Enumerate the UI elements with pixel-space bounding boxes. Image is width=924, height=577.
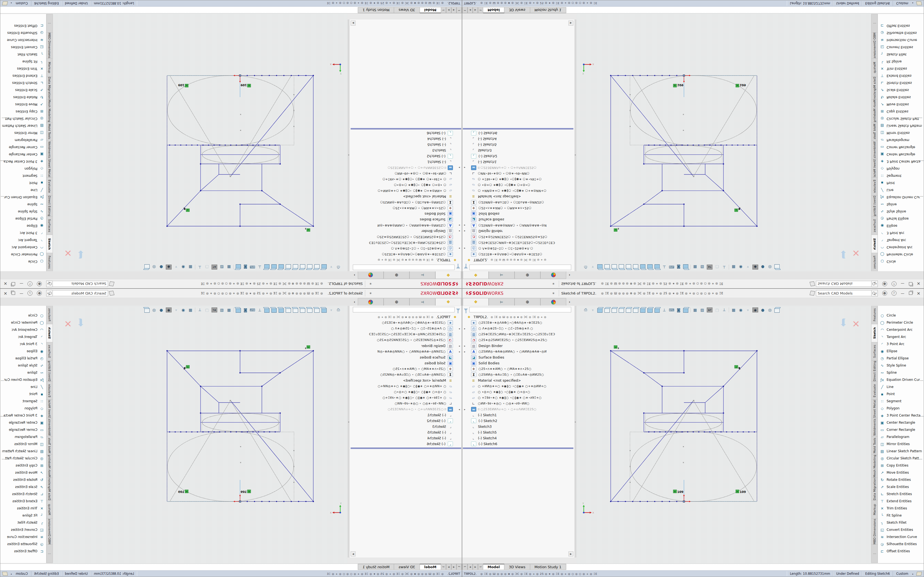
normal-to-icon[interactable]: ⊥	[662, 265, 667, 269]
sketch-tool[interactable]: ╮ Sketch Fillet	[878, 51, 924, 58]
sketch-tool[interactable]: ▪ Point	[878, 390, 924, 398]
tree-row[interactable]: ❖ ○25∙∩∗∗ΑΜ○ ∘ ○ΜΑ∗∗∩∙25○	[463, 205, 575, 211]
tree-row[interactable]: ▸ ◴ ○ Λ∗◎⊕25∘Ξ○ ∘ ○Ξ∘25⊕◎∗Λ ○	[349, 246, 461, 251]
tag-icon[interactable]	[2, 2, 8, 5]
tree-row[interactable]: ▸ ▬ ⚿ ○253ΕИИΛ∪+○ ∘ ○+∪ΛИИΞЕ25○	[463, 165, 575, 171]
confirmation-cancel-x[interactable]: ✕	[64, 318, 72, 329]
dropdown-arrow[interactable]: ▾	[745, 308, 751, 312]
commandmanager-tab[interactable]: Sheet Metal	[47, 159, 53, 177]
minimize-button[interactable]: —	[19, 291, 23, 295]
sketch-tool[interactable]: ⊞ Copy Entities	[0, 462, 46, 469]
sketch-tool[interactable]: ╱ Line	[0, 383, 46, 390]
tree-row[interactable]: ▸ ◴ ○ Λ∗◎⊕25∘Ξ○ ∘ ○Ξ∘25⊕◎∗Λ ○	[349, 326, 461, 331]
tree-row[interactable]: ▸ A ○25ИИ◎∘⊕Α⊕◎ИИΑ○ ∘ ○ΑИИ◎⊕Α⊕∘◎И	[349, 222, 461, 228]
view-bottom-cube[interactable]	[633, 308, 638, 313]
sketch-tool[interactable]: ◝ Tangent Arc	[0, 237, 46, 244]
restore-button[interactable]	[11, 282, 15, 285]
quick-access-toolbar[interactable]: ◎ ΞЕ ◎ Ш ◎ ◎ ◎ ⊕ ◎ ƆС ◎ ΞЕ ◎ + ◎ 25 ◎ ∗ …	[601, 292, 810, 295]
tree-row[interactable]: ★ ○25ΞЕ⊕∘∗◎ΛΑΦ○∘○ΦΑΛ◎∗∘⊕ΞЕ25○	[349, 251, 461, 257]
menu-item[interactable]	[387, 292, 394, 294]
commandmanager-tab[interactable]: Features	[47, 253, 53, 271]
sketch-tool[interactable]: ⇗ Scale Entities	[0, 483, 46, 490]
tree-row[interactable]: ⌞ (-) Sketch5	[463, 142, 575, 148]
sketch-tool[interactable]: ◉ Ellipse	[0, 348, 46, 355]
commandmanager-tab[interactable]: Weldments	[871, 418, 877, 437]
dropdown-arrow[interactable]: ▾	[329, 308, 334, 312]
panel-splitter[interactable]	[347, 19, 349, 271]
sketch-tool[interactable]: ⊤ Extend Entities	[0, 498, 46, 505]
tree-row[interactable]: ▱ ○ +ИИ◎∗+○ ∗◉‖○ ∘○‖◉∗ ○+∗◎ИИ+○	[349, 383, 461, 389]
tab-featuremanager[interactable]: ❖	[435, 298, 461, 306]
display-settings-icon[interactable]: ⌨	[250, 308, 255, 312]
rollback-bar[interactable]	[351, 128, 461, 129]
sketch-exit-icon[interactable]: ↩	[212, 265, 217, 270]
sketch-tool[interactable]: ◎ Circular Sketch Pattern	[0, 455, 46, 462]
user-icon[interactable]: ☻	[882, 291, 887, 296]
view-iso-cube[interactable]	[640, 308, 645, 313]
search-input[interactable]: Search CAD Models	[816, 290, 871, 296]
expand-arrow[interactable]: ▸	[463, 327, 467, 330]
sketch-tool[interactable]: ╰ Fit Spline	[0, 512, 46, 519]
tree-row[interactable]: ▣ Solid Bodies	[463, 360, 575, 366]
tree-row[interactable]: ◪ Surface Bodies	[463, 217, 575, 222]
view-trimetric-cube[interactable]	[264, 264, 270, 269]
tree-row[interactable]: ▱ ○ ∙◎+○ ∗◉‖○ ∘○‖◉∗ ○+◎∙○	[463, 182, 575, 188]
tree-row[interactable]: ▱ ○ +Ξ9∂∘∗○ ∗◉‖○ ∘○‖◉∗ ○∗∘∂9Ξ+○	[349, 176, 461, 182]
plane-axis-icon[interactable]: ⟂	[722, 308, 727, 312]
help-icon[interactable]: ?	[27, 281, 32, 286]
tree-row[interactable]: ▥ ○25⊕ΞЕ25○ИИ◎∘⊕ƆСΞЕ∪ΞЕ25○∘○25ΞЕ∪ΞЕƆ	[349, 331, 461, 337]
commandmanager-tab[interactable]: Data Migration	[871, 77, 877, 100]
shadow-icon[interactable]: ◎	[767, 308, 772, 312]
expand-arrow[interactable]: ▸	[463, 224, 467, 227]
sketch-tool[interactable]: ≋ Intersection Curve	[878, 533, 924, 540]
tree-row[interactable]: ★ ○25ΞЕ⊕∘∗◎ΛΑΦ○∘○ΦΑΛ◎∗∘⊕ΞЕ25○	[463, 320, 575, 326]
sketch-tool[interactable]: ∟ Stretch Entities	[878, 79, 924, 87]
tab-last-button[interactable]: ⏭	[478, 564, 483, 570]
sketch-tool[interactable]: ▱ Parallelogram	[0, 137, 46, 144]
tree-row[interactable]: ▱ ○ ∙◎+○ ∗◉‖○ ∘○‖◉∗ ○+◎∙○	[349, 182, 461, 188]
view-top-cube[interactable]	[626, 308, 631, 313]
tab-next-button[interactable]: ▶	[473, 564, 478, 570]
restore-button[interactable]	[11, 292, 15, 295]
menu-item[interactable]	[394, 283, 400, 285]
eye-icon[interactable]: ◉	[181, 308, 186, 312]
tab-prev-button[interactable]: ◀	[467, 7, 473, 13]
tree-row[interactable]: ⌞ (-) Sketch5	[349, 142, 461, 148]
tree-row[interactable]: ⌞ (-) Sketch2	[463, 418, 575, 424]
tab-prev-button[interactable]: ◀	[451, 7, 457, 13]
tree-row[interactable]: Σ ○25ИИ◎∘⊕Α∪ΞЕ○ ∘ ○ΞЕ∪Α⊕∘◎ИИ25○	[463, 372, 575, 377]
eye-icon[interactable]: ◉	[738, 308, 743, 312]
sketch-tool[interactable]: ↻ Rotate Entities	[0, 476, 46, 483]
dropdown-arrow[interactable]: ▾	[173, 265, 179, 269]
sketch-tool[interactable]: ╮ Sketch Fillet	[0, 51, 46, 58]
menu-item[interactable]	[537, 292, 544, 294]
view-left-cube[interactable]	[612, 308, 617, 313]
wireframe-cube[interactable]	[144, 308, 150, 313]
zebra-stripes-icon[interactable]: ▨	[699, 308, 705, 312]
tree-row[interactable]: ◔ ○25∗◎25ИИΞЕ25○ ∘ ○25ΞЕИИ25◎∗25○	[463, 337, 575, 343]
sketch-tool[interactable]: ╰ Fit Spline	[0, 58, 46, 65]
tab-featuremanager[interactable]: ❖	[463, 298, 489, 306]
display-settings-icon[interactable]: ⌨	[250, 265, 255, 269]
tab-displaymanager[interactable]	[358, 298, 384, 306]
expand-arrow[interactable]: ▸	[457, 408, 461, 411]
view-left-cube[interactable]	[612, 264, 617, 269]
view-trimetric-cube[interactable]	[654, 308, 660, 313]
tree-row[interactable]: Σ ○25ИИ◎∘⊕Α∪ΞЕ○ ∘ ○ΞЕ∪Α⊕∘◎ИИ25○	[349, 200, 461, 205]
commandmanager-tab[interactable]: Evaluate	[47, 382, 53, 400]
view-dimetric-cube[interactable]	[647, 264, 653, 269]
display-style-icon[interactable]: ◈	[753, 308, 758, 313]
sketch-tool[interactable]: ∷ Segment	[878, 172, 924, 179]
shadow-icon[interactable]: ◎	[767, 265, 772, 269]
tree-row[interactable]: ⌞ (-) Sketch6	[463, 441, 575, 447]
tree-row[interactable]: Σ ○25ИИ◎∘⊕Α∪ΞЕ○ ∘ ○ΞЕ∪Α⊕∘◎ИИ25○	[463, 200, 575, 205]
sketch-tool[interactable]: ◶ Silhouette Entities	[0, 29, 46, 37]
confirmation-cancel-x[interactable]: ✕	[852, 248, 860, 259]
sketch-tool[interactable]: ▣ Center Rectangle	[878, 151, 924, 158]
shaded-cube[interactable]	[683, 308, 688, 313]
sketch-tool[interactable]: ▤ Linear Sketch Pattern	[878, 122, 924, 129]
commandmanager-tab[interactable]: Markup	[47, 500, 53, 519]
sketch-tool[interactable]: ○ Circle	[0, 312, 46, 319]
tab-displaymanager[interactable]	[540, 298, 566, 306]
view-back-cube[interactable]	[604, 264, 610, 269]
